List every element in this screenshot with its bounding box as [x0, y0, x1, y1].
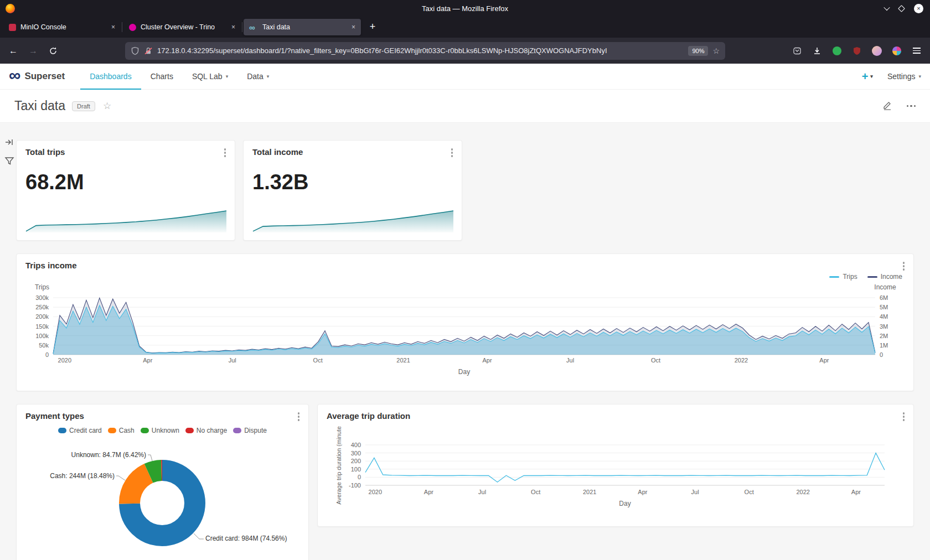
chart-options-icon[interactable] [297, 411, 301, 422]
settings-menu[interactable]: Settings [887, 72, 921, 81]
y-axis-tick-label: -100 [349, 482, 361, 489]
x-axis-tick-label: 2021 [583, 489, 596, 495]
navigation-toolbar: 172.18.0.4:32295/superset/dashboard/1/?n… [0, 38, 930, 64]
tab-close-icon[interactable] [231, 23, 235, 31]
new-item-button[interactable] [862, 70, 873, 83]
y-axis-tick-label: 200 [351, 458, 361, 464]
chevron-down-icon [267, 74, 270, 79]
trips-income-card: Trips income Trips Income 300k6M250k5M20… [16, 253, 914, 391]
x-axis-tick-label: Apr [143, 357, 152, 364]
leader-line [194, 533, 204, 539]
nav-label: Charts [151, 72, 173, 81]
duration-series-line [365, 453, 885, 483]
tab-close-icon[interactable] [352, 23, 355, 31]
legend-swatch [58, 428, 66, 433]
back-button[interactable] [6, 43, 21, 59]
right-axis-tick-label: 1M [880, 342, 888, 349]
right-axis-tick-label: 3M [880, 323, 888, 330]
tab-trino-cluster-overview[interactable]: Cluster Overview - Trino [123, 19, 241, 35]
page-title: Taxi data [14, 98, 65, 113]
draft-badge: Draft [72, 101, 95, 111]
chart-title: Trips income [25, 261, 77, 270]
nav-label: Data [247, 72, 264, 81]
x-axis-tick-label: Apr [819, 357, 829, 364]
tracking-shield-icon[interactable] [131, 46, 140, 55]
downloads-icon[interactable] [809, 43, 825, 59]
chart-title: Total trips [25, 147, 65, 157]
donut-callout-label: Credit card: 984M (74.56%) [205, 535, 287, 542]
minio-favicon-icon [9, 24, 16, 31]
reload-button[interactable] [45, 43, 61, 59]
maximize-icon[interactable] [898, 5, 905, 12]
reload-icon [49, 46, 58, 55]
chart-title: Total income [252, 147, 303, 157]
firefox-icon [6, 4, 15, 13]
x-axis-tick-label: Oct [313, 357, 323, 364]
url-bar[interactable]: 172.18.0.4:32295/superset/dashboard/1/?n… [125, 42, 725, 60]
pocket-icon[interactable] [789, 43, 805, 59]
x-axis-tick-label: Apr [638, 489, 647, 495]
x-axis-tick-label: Oct [745, 489, 754, 495]
close-window-icon[interactable] [914, 4, 923, 13]
tab-taxi-data[interactable]: Taxi data [244, 19, 361, 35]
chevron-down-icon [918, 74, 921, 79]
right-axis-tick-label: 6M [880, 294, 888, 301]
x-axis-tick-label: Jul [566, 357, 574, 364]
payment-legend-item[interactable]: Unknown [141, 427, 179, 434]
dashboard-header: Taxi data Draft [0, 90, 930, 123]
tab-title: MinIO Console [20, 23, 107, 31]
insecure-lock-icon[interactable] [144, 46, 153, 55]
filter-icon[interactable] [4, 156, 14, 168]
nav-label: Dashboards [90, 72, 132, 81]
left-axis-tick-label: 100k [35, 333, 49, 339]
nav-sql-lab[interactable]: SQL Lab [183, 64, 237, 90]
extension-pinwheel-icon[interactable] [889, 43, 905, 59]
x-axis-tick-label: Jul [691, 489, 699, 495]
tab-minio-console[interactable]: MinIO Console [3, 19, 121, 35]
donut-callout-label: Cash: 244M (18.48%) [50, 472, 115, 480]
tab-bar: MinIO Console Cluster Overview - Trino T… [0, 17, 930, 38]
superset-favicon-icon [249, 24, 258, 31]
payment-legend-item[interactable]: Dispute [233, 427, 267, 434]
tab-close-icon[interactable] [111, 23, 115, 31]
minimize-icon[interactable] [884, 4, 890, 11]
total-income-sparkline [252, 208, 454, 234]
zoom-level-badge[interactable]: 90% [688, 46, 708, 56]
nav-dashboards[interactable]: Dashboards [80, 64, 141, 90]
menu-icon[interactable] [909, 43, 924, 59]
window-title-bar: Taxi data — Mozilla Firefox [0, 0, 930, 17]
nav-charts[interactable]: Charts [141, 64, 183, 90]
chevron-down-icon [870, 74, 873, 79]
chart-options-icon[interactable] [902, 261, 906, 272]
account-avatar[interactable] [869, 43, 885, 59]
trips-income-chart: 300k6M250k5M200k4M150k3M100k2M50k1M00Tri… [23, 271, 908, 388]
leader-line [116, 476, 125, 480]
expand-filter-bar-icon[interactable] [4, 137, 14, 149]
leader-line [148, 455, 152, 461]
nav-data[interactable]: Data [237, 64, 278, 90]
legend-label: Unknown [152, 427, 179, 434]
url-text: 172.18.0.4:32295/superset/dashboard/1/?n… [157, 46, 684, 55]
new-tab-button[interactable] [364, 19, 381, 35]
payment-legend-item[interactable]: Credit card [58, 427, 102, 434]
brand-name: Superset [24, 71, 65, 82]
payment-types-card: Payment types Credit cardCashUnknownNo c… [16, 404, 309, 560]
ublock-shield-icon[interactable] [849, 43, 865, 59]
left-axis-tick-label: 150k [35, 323, 49, 330]
chart-options-icon[interactable] [450, 147, 454, 158]
favorite-star-icon[interactable] [103, 100, 111, 112]
x-axis-name: Day [458, 368, 470, 376]
tab-title: Cluster Overview - Trino [141, 23, 227, 31]
chart-options-icon[interactable] [223, 147, 228, 158]
extension-green-icon[interactable] [829, 43, 845, 59]
edit-dashboard-icon[interactable] [882, 100, 892, 112]
big-number-value: 68.2M [25, 170, 84, 194]
dashboard-menu-icon[interactable] [907, 105, 916, 107]
payment-legend-item[interactable]: Cash [108, 427, 135, 434]
payment-legend-item[interactable]: No charge [185, 427, 227, 434]
bookmark-star-icon[interactable] [712, 46, 720, 55]
total-trips-sparkline [25, 208, 227, 234]
forward-button[interactable] [25, 43, 41, 59]
superset-logo[interactable]: Superset [9, 70, 65, 84]
x-axis-tick-label: Apr [424, 489, 433, 495]
